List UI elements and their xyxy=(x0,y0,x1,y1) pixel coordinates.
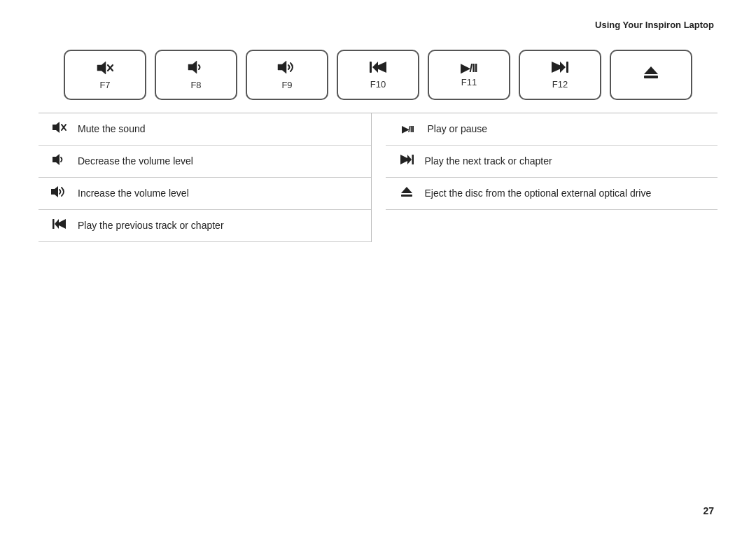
mute-icon xyxy=(96,60,114,78)
svg-marker-23 xyxy=(407,155,412,164)
volume-up-icon xyxy=(276,59,298,78)
eject-icon xyxy=(643,64,659,83)
desc-prev-track: Play the previous track or chapter xyxy=(38,210,371,242)
svg-rect-25 xyxy=(401,195,412,197)
desc-prev-track-icon xyxy=(50,218,69,234)
svg-rect-18 xyxy=(52,219,55,229)
desc-play-pause-text: Play or pause xyxy=(428,122,488,136)
desc-volume-up-text: Increase the volume level xyxy=(78,187,189,200)
key-f9-label: F9 xyxy=(281,80,292,90)
svg-marker-13 xyxy=(52,122,59,133)
svg-rect-8 xyxy=(566,62,568,73)
desc-play-pause: ▶/II Play or pause xyxy=(386,113,718,146)
desc-next-track-text: Play the next track or chapter xyxy=(425,155,552,168)
left-col: Mute the sound Decrease the volume level… xyxy=(38,113,372,242)
desc-mute: Mute the sound xyxy=(38,113,371,146)
key-f8-label: F8 xyxy=(190,80,201,90)
desc-eject: Eject the disc from the optional externa… xyxy=(386,178,718,210)
svg-marker-0 xyxy=(97,62,106,74)
svg-marker-20 xyxy=(55,219,59,229)
desc-eject-text: Eject the disc from the optional externa… xyxy=(425,187,652,200)
right-col: ▶/II Play or pause Play the next track o… xyxy=(372,113,718,242)
desc-play-pause-icon: ▶/II xyxy=(397,124,419,134)
key-f10: F10 xyxy=(337,50,419,100)
desc-volume-down-text: Decrease the volume level xyxy=(78,155,193,168)
svg-marker-7 xyxy=(372,62,378,73)
svg-rect-12 xyxy=(644,76,658,78)
desc-volume-down-icon xyxy=(50,153,69,169)
description-table: Mute the sound Decrease the volume level… xyxy=(38,113,718,242)
desc-volume-up-icon xyxy=(50,185,69,202)
play-pause-icon: ▶/II xyxy=(461,62,477,76)
header-title: Using Your Inspiron Laptop xyxy=(595,20,714,30)
desc-mute-icon xyxy=(50,121,69,137)
desc-mute-text: Mute the sound xyxy=(78,122,146,136)
desc-next-track: Play the next track or chapter xyxy=(386,146,718,178)
svg-marker-24 xyxy=(401,187,412,193)
svg-rect-5 xyxy=(370,62,372,73)
key-f7: F7 xyxy=(64,50,146,100)
key-f10-label: F10 xyxy=(370,79,386,90)
key-f12: F12 xyxy=(519,50,601,100)
volume-down-icon xyxy=(187,59,205,78)
keys-row: F7 F8 F9 F10 xyxy=(0,37,756,113)
desc-next-track-icon xyxy=(397,153,416,169)
page-number: 27 xyxy=(703,505,714,516)
page-header: Using Your Inspiron Laptop xyxy=(0,0,756,37)
key-f11: ▶/II F11 xyxy=(428,50,510,100)
svg-marker-3 xyxy=(188,61,197,73)
prev-track-icon xyxy=(368,60,388,78)
key-f7-label: F7 xyxy=(99,80,110,90)
desc-eject-icon xyxy=(397,185,416,202)
svg-rect-21 xyxy=(412,155,414,164)
svg-marker-10 xyxy=(560,62,566,73)
svg-marker-16 xyxy=(52,154,59,165)
desc-volume-up: Increase the volume level xyxy=(38,178,371,210)
svg-marker-11 xyxy=(644,66,658,74)
desc-prev-track-text: Play the previous track or chapter xyxy=(78,219,224,232)
desc-volume-down: Decrease the volume level xyxy=(38,146,371,178)
key-f8: F8 xyxy=(155,50,237,100)
key-f9: F9 xyxy=(246,50,328,100)
svg-marker-4 xyxy=(278,61,286,73)
key-eject xyxy=(610,50,692,100)
next-track-icon xyxy=(550,60,570,78)
key-f11-label: F11 xyxy=(461,77,477,87)
svg-marker-17 xyxy=(51,186,58,197)
key-f12-label: F12 xyxy=(552,79,568,90)
